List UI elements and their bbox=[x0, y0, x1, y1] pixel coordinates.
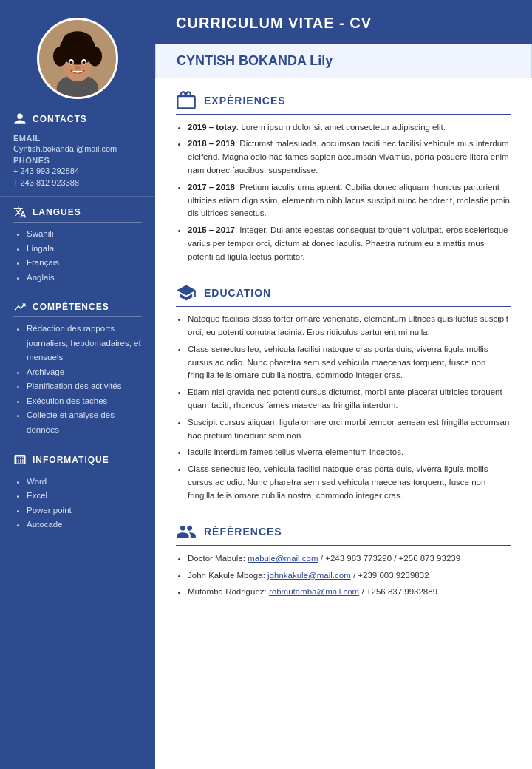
list-item: Class senectus leo, vehicula facilisi na… bbox=[188, 343, 511, 382]
email-label: EMAIL bbox=[13, 134, 142, 143]
experiences-icon bbox=[176, 90, 197, 111]
avatar bbox=[37, 18, 118, 99]
main-header: CURRICULUM VITAE - CV bbox=[155, 0, 532, 44]
svg-point-11 bbox=[82, 61, 85, 64]
ref3-name: Mutamba Rodriguez: bbox=[188, 587, 269, 596]
informatique-title: INFORMATIQUE bbox=[13, 453, 142, 470]
contacts-icon bbox=[13, 112, 27, 126]
svg-point-5 bbox=[53, 47, 67, 66]
education-list: Natoque facilisis class tortor ornare ve… bbox=[176, 313, 511, 503]
list-item: John Kakule Mboga: johnkakule@mail.com /… bbox=[188, 569, 511, 583]
svg-point-7 bbox=[62, 31, 93, 53]
langues-title: LANGUES bbox=[13, 206, 142, 223]
experiences-divider bbox=[176, 114, 511, 115]
phone2-value: + 243 812 923388 bbox=[13, 178, 142, 187]
competences-section: COMPÉTENCES Rédaction des rapports journ… bbox=[0, 293, 155, 441]
main-content: CURRICULUM VITAE - CV CYNTISH BOKANDA Li… bbox=[155, 0, 532, 769]
experiences-list: 2019 – totay: Lorem ipsum dolor sit amet… bbox=[176, 121, 511, 264]
list-item: Lingala bbox=[27, 242, 142, 257]
references-title: RÉFÉRENCES bbox=[204, 526, 282, 538]
list-item: Doctor Mabule: mabule@mail.com / +243 98… bbox=[188, 552, 511, 566]
list-item: Rédaction des rapports journaliers, hebd… bbox=[27, 322, 142, 365]
references-section: RÉFÉRENCES Doctor Mabule: mabule@mail.co… bbox=[155, 517, 532, 608]
phones-label: PHONES bbox=[13, 156, 142, 165]
list-item: Excel bbox=[27, 489, 142, 504]
list-item: Word bbox=[27, 475, 142, 489]
avatar-container bbox=[37, 18, 118, 99]
references-list: Doctor Mabule: mabule@mail.com / +243 98… bbox=[176, 552, 511, 600]
list-item: Archivage bbox=[27, 365, 142, 380]
list-item: Exécution des taches bbox=[27, 394, 142, 409]
phone1-value: + 243 993 292884 bbox=[13, 166, 142, 175]
list-item: Etiam nisi gravida nec potenti cursus di… bbox=[188, 386, 511, 413]
sidebar-arrow bbox=[118, 47, 133, 70]
list-item: Collecte et analyse des données bbox=[27, 408, 142, 437]
competences-list: Rédaction des rapports journaliers, hebd… bbox=[13, 322, 142, 437]
list-item: Suscipit cursus aliquam ligula ornare or… bbox=[188, 416, 511, 443]
education-icon bbox=[176, 282, 197, 303]
langues-list: Swahili Lingala Français Anglais bbox=[13, 227, 142, 285]
email-value: Cyntish.bokanda @mail.com bbox=[13, 144, 142, 153]
list-item: Power point bbox=[27, 504, 142, 518]
svg-point-6 bbox=[88, 47, 102, 66]
education-divider bbox=[176, 306, 511, 308]
education-title: EDUCATION bbox=[204, 287, 271, 299]
ref1-name: Doctor Mabule: bbox=[188, 554, 248, 563]
list-item: Français bbox=[27, 256, 142, 271]
ref3-rest: / +256 837 9932889 bbox=[359, 587, 437, 596]
list-item: Natoque facilisis class tortor ornare ve… bbox=[188, 313, 511, 339]
list-item: Class senectus leo, vehicula facilisi na… bbox=[188, 463, 511, 502]
ref2-email[interactable]: johnkakule@mail.com bbox=[267, 571, 351, 580]
candidate-name: CYNTISH BOKANDA Lily bbox=[177, 53, 511, 69]
list-item: 2015 – 2017: Integer. Dui ante egestas c… bbox=[188, 224, 511, 263]
svg-point-10 bbox=[69, 61, 72, 64]
page-title: CURRICULUM VITAE - CV bbox=[176, 15, 511, 32]
informatique-section: INFORMATIQUE Word Excel Power point Auto… bbox=[0, 446, 155, 537]
list-item: Swahili bbox=[27, 227, 142, 242]
experiences-title-row: EXPÉRIENCES bbox=[176, 90, 511, 111]
list-item: 2018 – 2019: Dictumst malesuada, accumsa… bbox=[188, 138, 511, 177]
ref3-email[interactable]: robmutamba@mail.com bbox=[269, 587, 359, 596]
references-title-row: RÉFÉRENCES bbox=[176, 521, 511, 542]
list-item: Mutamba Rodriguez: robmutamba@mail.com /… bbox=[188, 585, 511, 600]
list-item: Anglais bbox=[27, 271, 142, 285]
name-bar: CYNTISH BOKANDA Lily bbox=[155, 44, 532, 78]
references-divider bbox=[176, 545, 511, 546]
list-item: 2019 – totay: Lorem ipsum dolor sit amet… bbox=[188, 121, 511, 135]
experiences-title: EXPÉRIENCES bbox=[204, 95, 286, 106]
ref1-email[interactable]: mabule@mail.com bbox=[248, 554, 318, 563]
ref2-rest: / +239 003 9239832 bbox=[351, 571, 429, 580]
list-item: Planification des activités bbox=[27, 379, 142, 394]
informatique-icon bbox=[13, 453, 27, 467]
ref2-name: John Kakule Mboga: bbox=[188, 571, 267, 580]
experiences-section: EXPÉRIENCES 2019 – totay: Lorem ipsum do… bbox=[155, 86, 532, 274]
langues-section: LANGUES Swahili Lingala Français Anglais bbox=[0, 198, 155, 289]
list-item: 2017 – 2018: Pretium iaculis urna aptent… bbox=[188, 181, 511, 220]
competences-icon bbox=[13, 300, 27, 314]
sidebar: CONTACTS EMAIL Cyntish.bokanda @mail.com… bbox=[0, 0, 155, 769]
education-title-row: EDUCATION bbox=[176, 282, 511, 303]
contacts-section: CONTACTS EMAIL Cyntish.bokanda @mail.com… bbox=[0, 105, 155, 194]
list-item: Autocade bbox=[27, 518, 142, 532]
svg-point-12 bbox=[75, 66, 81, 70]
contacts-title: CONTACTS bbox=[13, 112, 142, 129]
langues-icon bbox=[13, 206, 27, 219]
competences-title: COMPÉTENCES bbox=[13, 300, 142, 317]
ref1-rest: / +243 983 773290 / +256 873 93239 bbox=[318, 554, 461, 563]
list-item: Iaculis interdum fames tellus viverra el… bbox=[188, 446, 511, 459]
informatique-list: Word Excel Power point Autocade bbox=[13, 475, 142, 532]
education-section: EDUCATION Natoque facilisis class tortor… bbox=[155, 278, 532, 512]
references-icon bbox=[176, 521, 197, 542]
